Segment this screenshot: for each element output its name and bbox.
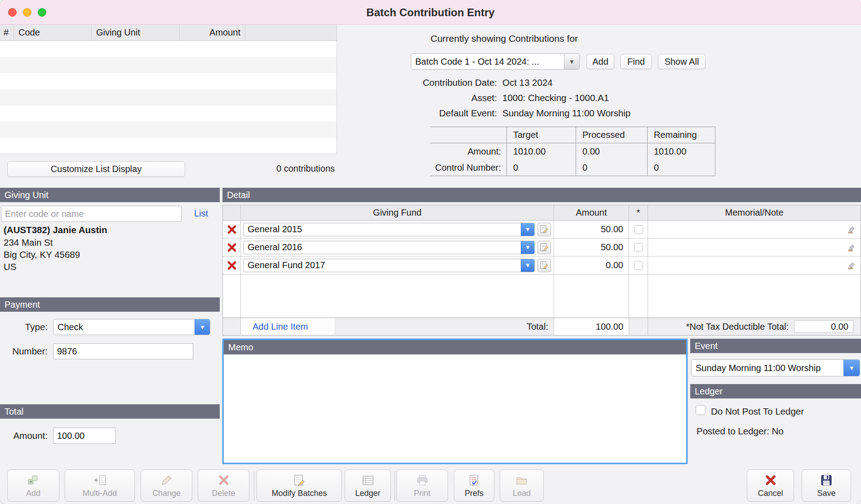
multi-add-icon bbox=[92, 473, 107, 487]
list-row-empty bbox=[0, 122, 337, 138]
giving-fund-select[interactable]: General 2015 ▼ bbox=[243, 223, 535, 236]
load-folder-icon bbox=[515, 473, 528, 487]
payment-number-label: Number: bbox=[0, 346, 48, 357]
list-row-empty bbox=[0, 57, 337, 73]
event-section-header: Event bbox=[690, 339, 861, 353]
giving-unit-section-header: Giving Unit bbox=[0, 188, 220, 202]
summary-control-remaining: 0 bbox=[647, 159, 715, 176]
giving-fund-select[interactable]: General 2016 ▼ bbox=[243, 241, 535, 254]
toolbar-ledger-button[interactable]: Ledger bbox=[345, 469, 391, 502]
find-batch-button[interactable]: Find bbox=[620, 54, 652, 69]
giving-fund-value: General Fund 2017 bbox=[244, 259, 521, 272]
do-not-post-label: Do Not Post To Ledger bbox=[711, 406, 804, 417]
list-row-empty bbox=[0, 73, 337, 89]
payment-section-header: Payment bbox=[0, 297, 220, 312]
giving-unit-address-line3: US bbox=[4, 261, 16, 272]
do-not-post-checkbox[interactable] bbox=[696, 405, 706, 415]
total-amount-input[interactable] bbox=[53, 428, 116, 444]
memorial-stamp-icon[interactable] bbox=[847, 243, 857, 254]
batch-panel-heading: Currently showing Contributions for bbox=[369, 33, 639, 44]
column-header-code[interactable]: Code bbox=[14, 25, 92, 40]
line-amount-field[interactable]: 50.00 bbox=[554, 221, 629, 238]
edit-note-icon bbox=[539, 225, 549, 234]
chevron-down-icon[interactable]: ▼ bbox=[195, 319, 210, 335]
memorial-note-field[interactable] bbox=[648, 256, 861, 274]
cancel-x-icon bbox=[764, 473, 777, 487]
chevron-down-icon[interactable]: ▼ bbox=[521, 241, 534, 254]
detail-total-label: Total: bbox=[527, 322, 548, 332]
toolbar-modify-batches-button[interactable]: Modify Batches bbox=[257, 469, 342, 502]
edit-note-icon bbox=[539, 261, 549, 270]
column-header-number[interactable]: # bbox=[0, 25, 14, 40]
chevron-down-icon[interactable]: ▼ bbox=[843, 360, 860, 376]
delete-line-button[interactable] bbox=[226, 224, 237, 235]
print-icon bbox=[416, 473, 429, 487]
summary-control-processed: 0 bbox=[576, 159, 647, 176]
list-row-empty bbox=[0, 89, 337, 106]
edit-fund-button[interactable] bbox=[537, 259, 551, 272]
add-batch-button[interactable]: Add bbox=[586, 54, 614, 69]
ntd-total-value: 0.00 bbox=[794, 320, 853, 333]
toolbar-prefs-button[interactable]: Prefs bbox=[454, 469, 494, 502]
chevron-down-icon[interactable]: ▼ bbox=[521, 223, 534, 236]
list-row-empty bbox=[0, 138, 337, 154]
delete-line-button[interactable] bbox=[226, 242, 237, 253]
event-select-value: Sunday Morning 11:00 Worship bbox=[692, 360, 843, 376]
summary-col-remaining: Remaining bbox=[647, 127, 715, 143]
contribution-count: 0 contributions bbox=[252, 164, 359, 174]
memo-textarea[interactable] bbox=[224, 354, 686, 463]
total-section-header: Total bbox=[0, 404, 220, 419]
memorial-stamp-icon[interactable] bbox=[847, 225, 857, 236]
posted-to-ledger-text: Posted to Ledger: No bbox=[697, 426, 784, 437]
column-header-amount[interactable]: Amount bbox=[180, 25, 245, 40]
chevron-down-icon[interactable]: ▼ bbox=[521, 259, 534, 272]
detail-col-delete bbox=[223, 205, 240, 220]
detail-col-giving-fund: Giving Fund bbox=[240, 205, 554, 220]
payment-number-input[interactable] bbox=[53, 343, 193, 359]
detail-row: General 2016 ▼ 50.00 bbox=[223, 239, 861, 256]
total-amount-label: Amount: bbox=[0, 430, 48, 441]
add-icon bbox=[27, 473, 40, 487]
default-event-value: Sunday Morning 11:00 Worship bbox=[502, 108, 630, 119]
contributions-list: # Code Giving Unit Amount bbox=[0, 25, 337, 154]
ntd-total-label: *Not Tax Deductible Total: bbox=[686, 322, 789, 332]
event-select[interactable]: Sunday Morning 11:00 Worship ▼ bbox=[691, 359, 860, 376]
summary-amount-target: 1010.00 bbox=[506, 143, 576, 159]
contribution-date-value: Oct 13 2024 bbox=[502, 77, 553, 88]
asset-label: Asset: bbox=[315, 93, 497, 103]
toolbar-multi-add-button: Multi-Add bbox=[65, 469, 135, 502]
memorial-stamp-icon[interactable] bbox=[847, 261, 857, 272]
add-line-item-link[interactable]: Add Line Item bbox=[253, 322, 308, 332]
not-tax-deductible-checkbox[interactable] bbox=[634, 261, 643, 270]
giving-fund-select[interactable]: General Fund 2017 ▼ bbox=[243, 259, 535, 272]
detail-col-memorial: Memorial/Note bbox=[648, 205, 861, 220]
customize-list-display-button[interactable]: Customize List Display bbox=[7, 161, 185, 177]
contributions-list-header: # Code Giving Unit Amount bbox=[0, 25, 337, 41]
list-row-empty bbox=[0, 106, 337, 122]
memorial-note-field[interactable] bbox=[648, 239, 861, 256]
red-x-icon bbox=[226, 224, 237, 235]
not-tax-deductible-checkbox[interactable] bbox=[634, 225, 643, 234]
show-all-batches-button[interactable]: Show All bbox=[658, 54, 706, 69]
save-button[interactable]: Save bbox=[802, 469, 851, 502]
toolbar-separator bbox=[254, 471, 254, 501]
summary-col-target: Target bbox=[506, 127, 576, 143]
cancel-button[interactable]: Cancel bbox=[747, 469, 794, 502]
detail-row: General Fund 2017 ▼ 0.00 bbox=[223, 256, 861, 274]
toolbar-add-button: Add bbox=[7, 469, 59, 502]
edit-fund-button[interactable] bbox=[537, 223, 551, 236]
payment-type-select[interactable]: Check ▼ bbox=[53, 319, 210, 335]
not-tax-deductible-checkbox[interactable] bbox=[634, 243, 643, 252]
line-amount-field[interactable]: 50.00 bbox=[554, 239, 629, 256]
edit-fund-button[interactable] bbox=[537, 241, 551, 254]
line-amount-field[interactable]: 0.00 bbox=[554, 256, 629, 274]
column-header-giving-unit[interactable]: Giving Unit bbox=[92, 25, 180, 40]
giving-unit-list-link[interactable]: List bbox=[194, 208, 208, 219]
memorial-note-field[interactable] bbox=[648, 221, 861, 238]
delete-line-button[interactable] bbox=[226, 260, 237, 271]
batch-select[interactable]: Batch Code 1 - Oct 14 2024: ... ▼ bbox=[411, 53, 580, 70]
giving-fund-value: General 2016 bbox=[244, 241, 521, 254]
chevron-down-icon[interactable]: ▼ bbox=[564, 54, 579, 69]
giving-unit-search-input[interactable] bbox=[1, 206, 182, 222]
change-pencil-icon bbox=[160, 473, 173, 487]
